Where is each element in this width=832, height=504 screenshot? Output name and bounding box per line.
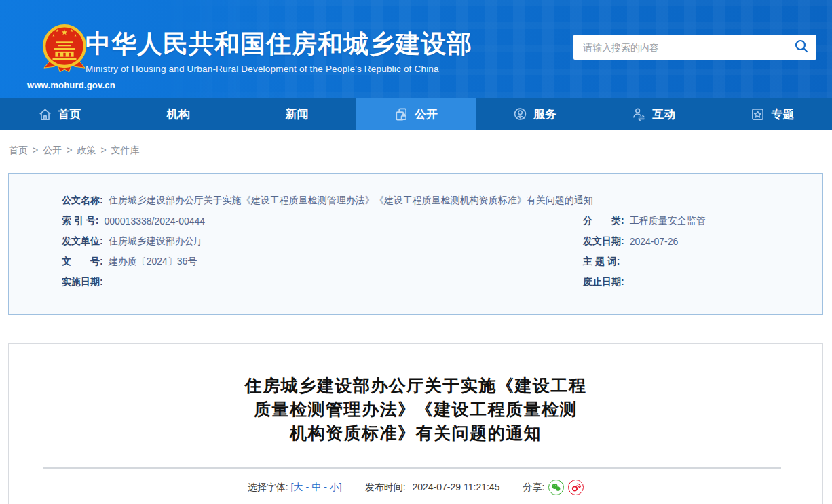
article-info-bar: 选择字体: [大-中-小] 发布时间: 2024-07-29 11:21:45 … — [9, 480, 822, 495]
article-title: 住房城乡建设部办公厅关于实施《建设工程 质量检测管理办法》《建设工程质量检测 机… — [9, 374, 822, 445]
meta-value: 建办质〔2024〕36号 — [109, 256, 197, 268]
font-size-small[interactable]: 小 — [330, 482, 339, 492]
article-title-line: 住房城乡建设部办公厅关于实施《建设工程 — [9, 374, 822, 398]
nav-item-topics[interactable]: 专题 — [713, 98, 832, 130]
meta-label: 主 题 词: — [583, 256, 620, 268]
nav-item-label: 服务 — [533, 106, 556, 122]
publish-time-label: 发布时间: — [365, 482, 406, 492]
meta-label: 分 类: — [583, 215, 624, 227]
share-label: 分享: — [523, 482, 544, 494]
breadcrumb-policy[interactable]: 政策 — [77, 144, 96, 155]
font-selector-label: 选择字体: — [248, 482, 288, 494]
topic-star-icon — [751, 107, 765, 121]
meta-label: 文 号: — [62, 256, 103, 268]
meta-value: 2024-07-26 — [630, 236, 679, 247]
meta-value: 住房城乡建设部办公厅 — [109, 235, 204, 248]
site-title-block: 中华人民共和国住房和城乡建设部 Ministry of Housing and … — [86, 30, 472, 74]
publish-time-value: 2024-07-29 11:21:45 — [412, 482, 499, 492]
home-icon — [38, 107, 52, 121]
meta-label: 公文名称: — [62, 195, 103, 207]
nav-item-label: 公开 — [415, 106, 438, 122]
service-person-icon — [513, 107, 527, 121]
breadcrumb-home[interactable]: 首页 — [9, 144, 28, 155]
interaction-person-icon — [632, 107, 646, 121]
weibo-icon[interactable] — [568, 480, 584, 495]
meta-row-category: 分 类: 工程质量安全监管 — [583, 211, 795, 231]
meta-row-issue-date: 发文日期: 2024-07-26 — [583, 231, 795, 252]
nav-item-services[interactable]: 服务 — [476, 98, 594, 130]
nav-item-interaction[interactable]: 互动 — [594, 98, 713, 130]
share-block: 分享: — [523, 480, 584, 495]
site-header: www.mohurd.gov.cn 中华人民共和国住房和城乡建设部 Minist… — [0, 0, 832, 98]
font-size-separator: - — [324, 482, 327, 492]
article-title-line: 质量检测管理办法》《建设工程质量检测 — [9, 398, 822, 421]
article-divider — [43, 467, 781, 469]
meta-value: 工程质量安全监管 — [630, 215, 706, 227]
meta-row-effective-date: 实施日期: — [62, 272, 583, 292]
search-icon — [794, 39, 809, 56]
meta-row-index-no: 索 引 号: 000013338/2024-00444 — [62, 211, 583, 231]
breadcrumb-separator: > — [67, 144, 72, 155]
nav-item-label: 首页 — [58, 106, 81, 122]
national-emblem-icon — [41, 65, 88, 77]
breadcrumb: 首页>公开>政策>文件库 — [0, 130, 832, 157]
meta-label: 实施日期: — [62, 276, 103, 288]
open-docs-icon — [394, 107, 409, 121]
search-input[interactable] — [573, 35, 787, 60]
meta-row-doc-number: 文 号: 建办质〔2024〕36号 — [62, 252, 583, 272]
meta-label: 废止日期: — [583, 276, 624, 288]
nav-item-label: 互动 — [652, 106, 675, 122]
nav-item-label: 机构 — [167, 106, 190, 122]
document-meta-box: 公文名称: 住房城乡建设部办公厅关于实施《建设工程质量检测管理办法》《建设工程质… — [8, 173, 823, 315]
font-size-large[interactable]: 大 — [293, 482, 303, 492]
article-title-line: 机构资质标准》有关问题的通知 — [9, 421, 822, 445]
meta-value: 000013338/2024-00444 — [104, 216, 205, 227]
meta-row-issuing-unit: 发文单位: 住房城乡建设部办公厅 — [62, 231, 583, 252]
nav-item-label: 新闻 — [286, 106, 309, 122]
font-size-separator: - — [305, 482, 309, 492]
meta-row-subject-words: 主 题 词: — [583, 252, 795, 272]
breadcrumb-open[interactable]: 公开 — [43, 144, 62, 155]
meta-label: 索 引 号: — [62, 215, 98, 227]
breadcrumb-separator: > — [33, 144, 38, 155]
wechat-icon[interactable] — [548, 480, 564, 495]
main-nav: 首页 机构 新闻 公开 服务 — [0, 98, 832, 130]
article-card: 住房城乡建设部办公厅关于实施《建设工程 质量检测管理办法》《建设工程质量检测 机… — [8, 343, 823, 504]
nav-item-org[interactable]: 机构 — [119, 98, 238, 130]
nav-item-home[interactable]: 首页 — [0, 98, 119, 130]
bracket-right: ] — [339, 482, 342, 492]
breadcrumb-separator: > — [100, 144, 106, 155]
font-size-medium[interactable]: 中 — [311, 482, 321, 492]
meta-label: 发文日期: — [583, 235, 624, 248]
site-title-en: Ministry of Housing and Urban-Rural Deve… — [86, 64, 472, 74]
nav-item-news[interactable]: 新闻 — [238, 98, 356, 130]
search-box — [573, 35, 816, 60]
meta-row-doc-name: 公文名称: 住房城乡建设部办公厅关于实施《建设工程质量检测管理办法》《建设工程质… — [62, 191, 795, 211]
site-title-cn: 中华人民共和国住房和城乡建设部 — [86, 30, 472, 58]
breadcrumb-library[interactable]: 文件库 — [111, 144, 140, 155]
site-url: www.mohurd.gov.cn — [27, 80, 102, 90]
meta-value: 住房城乡建设部办公厅关于实施《建设工程质量检测管理办法》《建设工程质量检测机构资… — [109, 195, 593, 207]
meta-row-repeal-date: 废止日期: — [583, 272, 795, 292]
meta-label: 发文单位: — [62, 235, 103, 248]
font-size-selector: [大-中-小] — [291, 482, 342, 494]
nav-item-open[interactable]: 公开 — [356, 98, 475, 130]
publish-time-block: 发布时间: 2024-07-29 11:21:45 — [365, 482, 500, 494]
search-button[interactable] — [787, 35, 816, 60]
nav-item-label: 专题 — [771, 106, 794, 122]
